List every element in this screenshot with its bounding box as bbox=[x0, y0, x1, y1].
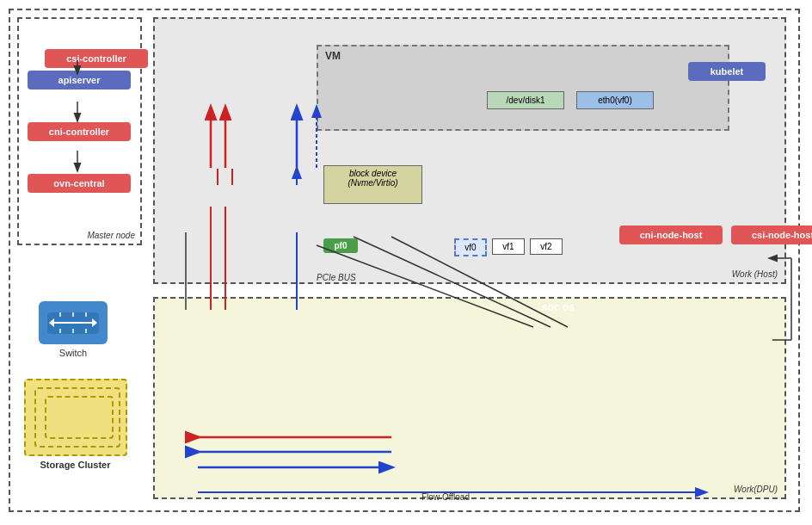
flow-offload-label: Flow Offload bbox=[421, 492, 470, 502]
storage-inner1 bbox=[34, 387, 120, 448]
master-node-label: Master node bbox=[87, 231, 135, 240]
switch-label: Switch bbox=[26, 348, 120, 358]
ovn-central-box: ovn-central bbox=[28, 174, 131, 193]
switch-box: Switch bbox=[26, 301, 120, 358]
soc-os-label: soc os bbox=[542, 301, 575, 313]
pf0-box: pf0 bbox=[323, 238, 358, 253]
work-host-label: Work (Host) bbox=[732, 269, 778, 279]
vm-box: VM /dev/disk1 eth0(vf0) bbox=[317, 45, 729, 131]
storage-inner2 bbox=[45, 396, 114, 439]
apiserver-box: apiserver bbox=[28, 71, 131, 90]
switch-icon bbox=[39, 301, 108, 344]
csi-node-host-box: csi-node-host bbox=[731, 225, 812, 244]
eth0vf0-box: eth0(vf0) bbox=[576, 91, 654, 109]
storage-outer bbox=[24, 379, 127, 456]
kubelet-host-box: kubelet bbox=[688, 62, 766, 81]
block-device-box: block device(Nvme/Virtio) bbox=[323, 165, 422, 204]
pcie-label: PCIe BUS bbox=[317, 273, 356, 282]
cni-node-host-box: cni-node-host bbox=[619, 225, 723, 244]
diagram-container: csi-controller apiserver cni-controller … bbox=[0, 0, 812, 525]
dev-disk1-box: /dev/disk1 bbox=[487, 91, 564, 109]
vf1-box: vf1 bbox=[492, 238, 525, 255]
csi-controller-box: csi-controller bbox=[45, 49, 148, 68]
vm-label: VM bbox=[325, 50, 341, 62]
vf2-box: vf2 bbox=[530, 238, 563, 255]
work-host-box: VM /dev/disk1 eth0(vf0) block device(Nvm… bbox=[153, 17, 786, 284]
vf0-box: vf0 bbox=[454, 238, 487, 256]
work-dpu-box: phys-port Data fast path slow path Hardw… bbox=[153, 297, 786, 499]
storage-cluster-box: Storage Cluster bbox=[17, 379, 133, 470]
work-dpu-label: Work(DPU) bbox=[734, 485, 778, 494]
storage-cluster-label: Storage Cluster bbox=[17, 460, 133, 470]
master-node-box: csi-controller apiserver cni-controller … bbox=[17, 17, 142, 245]
cni-controller-box: cni-controller bbox=[28, 122, 131, 141]
